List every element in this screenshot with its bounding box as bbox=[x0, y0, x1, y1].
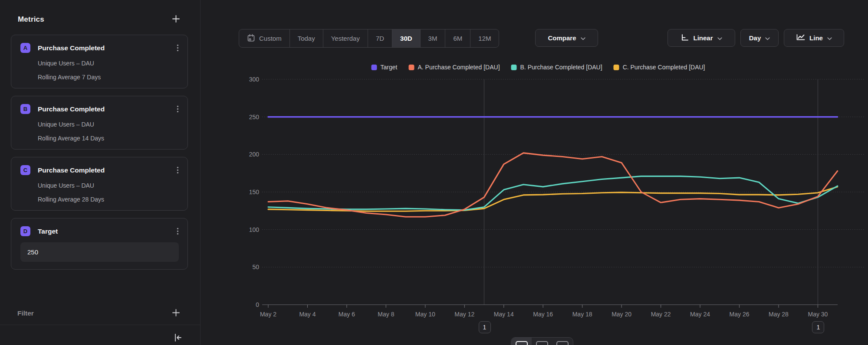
x-axis-label: May 30 bbox=[798, 311, 837, 318]
y-axis-label: 50 bbox=[229, 263, 259, 271]
x-axis-label: May 16 bbox=[523, 311, 562, 318]
metric-options-button[interactable] bbox=[177, 228, 179, 235]
compare-button[interactable]: Compare bbox=[535, 29, 598, 47]
range-yesterday[interactable]: Yesterday bbox=[323, 29, 368, 47]
metric-title: Purchase Completed bbox=[38, 44, 177, 52]
series-line-3 bbox=[268, 187, 838, 211]
add-metric-button[interactable] bbox=[172, 15, 180, 24]
legend-color-chip bbox=[614, 65, 619, 70]
chevron-down-icon bbox=[717, 34, 722, 42]
legend-color-chip bbox=[511, 65, 517, 70]
metric-card-a[interactable]: APurchase CompletedUnique Users – DAURol… bbox=[11, 35, 188, 88]
table-view-button[interactable] bbox=[552, 338, 573, 345]
legend-color-chip bbox=[372, 65, 377, 70]
legend-item[interactable]: B. Purchase Completed [DAU] bbox=[511, 64, 602, 71]
range-3m[interactable]: 3M bbox=[420, 29, 445, 47]
scale-label: Linear bbox=[693, 34, 713, 42]
metric-card-list: APurchase CompletedUnique Users – DAURol… bbox=[0, 35, 200, 277]
interval-select[interactable]: Day bbox=[740, 29, 779, 47]
metric-card-d[interactable]: DTarget bbox=[11, 218, 188, 270]
legend-item[interactable]: C. Purchase Completed [DAU] bbox=[614, 64, 705, 71]
range-label: 3M bbox=[428, 35, 437, 42]
plus-icon bbox=[172, 309, 180, 318]
metric-letter-badge: A bbox=[20, 43, 30, 53]
metrics-heading: Metrics bbox=[18, 15, 44, 24]
range-label: 6M bbox=[453, 35, 462, 42]
x-axis-label: May 22 bbox=[641, 311, 681, 318]
view-switcher bbox=[511, 337, 573, 345]
metric-options-button[interactable] bbox=[177, 105, 179, 113]
x-axis-label: May 2 bbox=[249, 311, 288, 318]
collapse-left-icon bbox=[173, 333, 183, 344]
chart-legend: TargetA. Purchase Completed [DAU]B. Purc… bbox=[372, 64, 705, 71]
legend-item[interactable]: A. Purchase Completed [DAU] bbox=[408, 64, 500, 71]
y-axis-label: 150 bbox=[229, 188, 259, 196]
metric-options-button[interactable] bbox=[177, 44, 179, 52]
chart-view-button[interactable] bbox=[511, 338, 532, 345]
chevron-down-icon bbox=[827, 34, 832, 42]
table-view-icon bbox=[556, 341, 569, 345]
kebab-menu-icon bbox=[177, 44, 179, 52]
range-6m[interactable]: 6M bbox=[445, 29, 470, 47]
metric-title: Purchase Completed bbox=[38, 166, 177, 174]
range-7d[interactable]: 7D bbox=[368, 29, 392, 47]
range-today[interactable]: Today bbox=[289, 29, 323, 47]
kebab-menu-icon bbox=[177, 228, 179, 235]
metrics-sidebar: Metrics APurchase CompletedUnique Users … bbox=[0, 0, 201, 345]
y-axis-label: 100 bbox=[229, 225, 259, 234]
metrics-dashboard: Metrics APurchase CompletedUnique Users … bbox=[0, 0, 868, 345]
annotation-badge[interactable]: 1 bbox=[812, 321, 824, 333]
metric-card-header: CPurchase Completed bbox=[20, 165, 179, 175]
chevron-down-icon bbox=[581, 34, 585, 42]
y-axis-label: 250 bbox=[229, 113, 259, 121]
add-filter-button[interactable] bbox=[172, 309, 180, 318]
metric-title: Purchase Completed bbox=[38, 105, 177, 113]
plus-icon bbox=[172, 15, 180, 24]
x-axis-label: May 18 bbox=[563, 311, 602, 318]
collapse-sidebar-button[interactable] bbox=[173, 331, 183, 345]
metric-detail: Unique Users – DAU bbox=[38, 182, 179, 189]
range-12m[interactable]: 12M bbox=[470, 29, 499, 47]
range-label: 12M bbox=[478, 35, 491, 42]
segment-view-button[interactable] bbox=[532, 338, 552, 345]
series-line-1 bbox=[268, 153, 838, 217]
line-chart-icon bbox=[796, 34, 805, 42]
x-axis-label: May 12 bbox=[445, 311, 484, 318]
chart-view-icon bbox=[516, 341, 528, 345]
linear-scale-icon bbox=[681, 34, 689, 42]
compare-label: Compare bbox=[548, 34, 576, 42]
interval-label: Day bbox=[749, 34, 761, 42]
metric-detail: Rolling Average 7 Days bbox=[38, 74, 179, 81]
x-axis-label: May 20 bbox=[602, 311, 641, 318]
range-label: 7D bbox=[376, 35, 384, 42]
target-value-input[interactable] bbox=[20, 242, 179, 262]
metric-letter-badge: C bbox=[20, 165, 30, 175]
x-axis-label: May 8 bbox=[366, 311, 405, 318]
scale-select[interactable]: Linear bbox=[667, 29, 735, 47]
sidebar-header: Metrics bbox=[0, 0, 200, 35]
metric-card-b[interactable]: BPurchase CompletedUnique Users – DAURol… bbox=[11, 96, 188, 150]
y-axis-label: 300 bbox=[229, 75, 259, 84]
filter-section-header: Filter bbox=[0, 309, 200, 325]
range-30d[interactable]: 30D bbox=[392, 29, 420, 47]
date-range-control: CustomTodayYesterday7D30D3M6M12M bbox=[239, 29, 499, 48]
range-custom[interactable]: Custom bbox=[239, 29, 289, 47]
annotation-badge[interactable]: 1 bbox=[479, 321, 491, 333]
metric-detail: Unique Users – DAU bbox=[38, 60, 179, 67]
metric-options-button[interactable] bbox=[177, 166, 179, 174]
segment-view-icon bbox=[536, 341, 548, 345]
chart-type-select[interactable]: Line bbox=[784, 29, 844, 47]
chart-type-label: Line bbox=[809, 34, 823, 42]
y-axis-label: 0 bbox=[229, 300, 259, 309]
metric-card-header: DTarget bbox=[20, 226, 179, 236]
metric-detail: Unique Users – DAU bbox=[38, 121, 179, 128]
y-axis-label: 200 bbox=[229, 150, 259, 159]
calendar-icon bbox=[247, 34, 255, 43]
range-label: 30D bbox=[400, 35, 412, 42]
x-axis-label: May 28 bbox=[759, 311, 798, 318]
x-axis-label: May 24 bbox=[681, 311, 720, 318]
x-axis-label: May 4 bbox=[288, 311, 327, 318]
kebab-menu-icon bbox=[177, 105, 179, 113]
metric-card-c[interactable]: CPurchase CompletedUnique Users – DAURol… bbox=[11, 157, 188, 211]
legend-item[interactable]: Target bbox=[372, 64, 398, 71]
